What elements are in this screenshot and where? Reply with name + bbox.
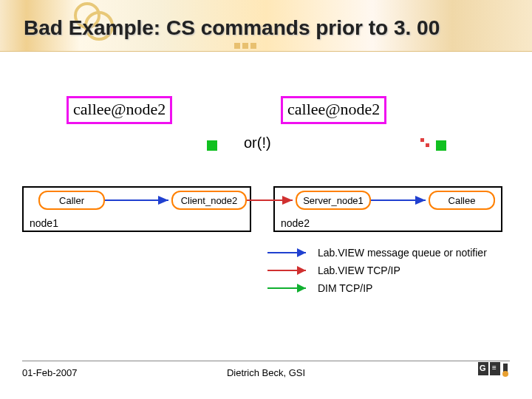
server-oval: Server_node1	[296, 191, 371, 210]
middle-examples: callee@node2 callee@node2 or(!)	[0, 81, 532, 170]
caller-oval: Caller	[38, 191, 105, 210]
legend-row-1: Lab.VIEW message queue or notifier	[266, 244, 487, 262]
red-dot-icon	[420, 138, 424, 142]
node1-caption: node1	[30, 217, 58, 229]
legend-label-3: DIM TCP/IP	[318, 282, 372, 294]
legend-swatch-red	[266, 265, 310, 276]
legend-swatch-blue	[266, 248, 310, 258]
slide-title: Bad Example: CS commands prior to 3. 00	[24, 16, 440, 40]
or-label: or(!)	[244, 134, 271, 151]
green-square-icon	[436, 140, 446, 151]
legend-swatch-green	[266, 283, 310, 293]
red-dot-icon	[426, 143, 429, 147]
client-oval: Client_node2	[171, 191, 247, 210]
node2-caption: node2	[281, 217, 310, 229]
footer-author: Dietrich Beck, GSI	[0, 367, 532, 378]
legend: Lab.VIEW message queue or notifier Lab.V…	[266, 244, 487, 297]
legend-row-2: Lab.VIEW TCP/IP	[266, 262, 487, 279]
legend-row-3: DIM TCP/IP	[266, 279, 487, 297]
green-square-icon	[207, 140, 217, 151]
header-divider	[0, 51, 532, 52]
callee-box-left: callee@node2	[66, 96, 172, 124]
gsi-logo	[477, 362, 510, 375]
legend-label-1: Lab.VIEW message queue or notifier	[318, 247, 487, 259]
legend-label-2: Lab.VIEW TCP/IP	[318, 265, 400, 276]
diagram-area: node1 node2 Caller Client_node2 Server_n…	[0, 186, 532, 253]
header-squares-decoration	[234, 38, 259, 52]
callee-box-right: callee@node2	[281, 96, 386, 124]
footer-divider	[22, 361, 510, 361]
callee-oval: Callee	[429, 191, 495, 210]
